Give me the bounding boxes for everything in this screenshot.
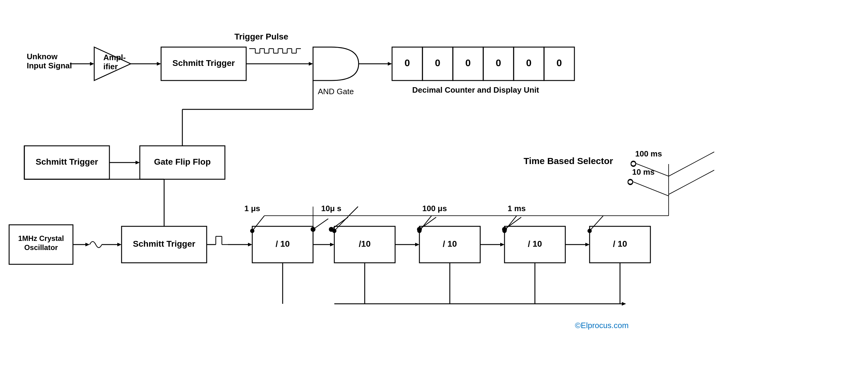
amplifier-label: Ampl- (103, 53, 126, 62)
div10-1-label: / 10 (276, 239, 290, 249)
amplifier-label2: ifier (103, 62, 118, 71)
diagram-container: Unknow Input Signal Ampl- ifier Schmitt … (0, 0, 868, 384)
div10-4-label: / 10 (528, 239, 542, 249)
time-based-selector-label: Time Based Selector (524, 156, 613, 166)
100ms-label: 100 ms (635, 149, 662, 158)
10ms-label: 10 ms (632, 167, 655, 177)
1us-label: 1 μs (244, 204, 260, 213)
schmitt-trigger-2-label: Schmitt Trigger (36, 157, 98, 166)
schmitt-trigger-1-label: Schmitt Trigger (172, 58, 235, 68)
schmitt-trigger-3-label: Schmitt Trigger (133, 239, 195, 249)
crystal-osc-label1: 1MHz Crystal (18, 234, 64, 243)
display-0-6: 0 (556, 57, 562, 68)
svg-rect-0 (0, 0, 868, 384)
1ms-label: 1 ms (507, 204, 525, 213)
display-0-2: 0 (435, 57, 440, 68)
input-signal-label: Unknow (27, 52, 58, 61)
div10-3-label: / 10 (443, 239, 457, 249)
gate-flip-flop-label: Gate Flip Flop (154, 157, 211, 166)
display-0-1: 0 (405, 57, 410, 68)
10us-label: 10μ s (321, 204, 342, 213)
display-0-3: 0 (465, 57, 471, 68)
and-gate-label: AND Gate (318, 87, 354, 96)
trigger-pulse-label: Trigger Pulse (234, 32, 288, 41)
div10-2-label: /10 (359, 239, 371, 249)
div10-5-label: / 10 (613, 239, 627, 249)
copyright-label: ©Elprocus.com (575, 321, 629, 330)
100us-label: 100 μs (423, 204, 447, 213)
display-0-5: 0 (526, 57, 532, 68)
display-0-4: 0 (496, 57, 501, 68)
crystal-osc-label2: Oscillator (24, 243, 58, 252)
decimal-counter-label: Decimal Counter and Display Unit (412, 85, 539, 94)
input-signal-label2: Input Signal (27, 61, 72, 70)
